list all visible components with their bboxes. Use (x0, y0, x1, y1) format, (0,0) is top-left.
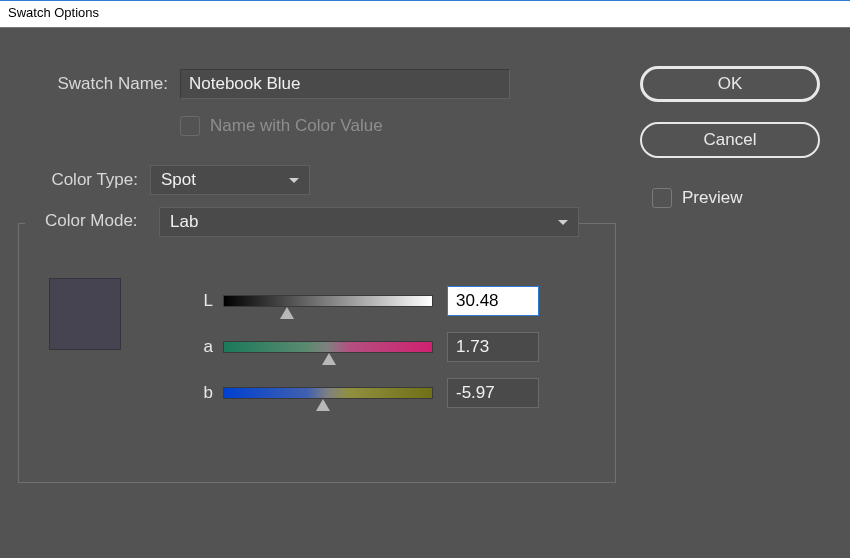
color-preview-swatch (49, 278, 121, 350)
ok-button-label: OK (718, 74, 743, 94)
window-title: Swatch Options (8, 5, 99, 20)
preview-label: Preview (682, 188, 742, 208)
lab-a-label: a (189, 337, 213, 357)
lab-a-slider[interactable] (223, 341, 433, 353)
main-panel: Swatch Name: Name with Color Value Color… (0, 28, 640, 558)
color-type-value: Spot (161, 170, 196, 190)
side-panel: OK Cancel Preview (640, 28, 840, 558)
color-type-label: Color Type: (0, 170, 150, 190)
lab-b-slider[interactable] (223, 387, 433, 399)
color-mode-value: Lab (170, 212, 198, 232)
preview-checkbox[interactable] (652, 188, 672, 208)
slider-thumb-icon[interactable] (280, 307, 294, 319)
color-mode-label: Color Mode: (43, 211, 140, 231)
lab-b-input[interactable] (447, 378, 539, 408)
slider-thumb-icon[interactable] (322, 353, 336, 365)
lab-l-input[interactable] (447, 286, 539, 316)
lab-b-label: b (189, 383, 213, 403)
chevron-down-icon (558, 220, 568, 225)
color-mode-fieldset: Color Mode: Lab L a (18, 223, 616, 483)
lab-b-row: b (189, 377, 539, 409)
color-type-select[interactable]: Spot (150, 165, 310, 195)
cancel-button[interactable]: Cancel (640, 122, 820, 158)
name-with-color-value-label: Name with Color Value (210, 116, 383, 136)
cancel-button-label: Cancel (704, 130, 757, 150)
name-with-color-value-checkbox (180, 116, 200, 136)
preview-toggle-row: Preview (640, 188, 840, 208)
slider-thumb-icon[interactable] (316, 399, 330, 411)
lab-a-row: a (189, 331, 539, 363)
swatch-name-input[interactable] (180, 69, 510, 99)
swatch-name-label: Swatch Name: (0, 74, 180, 94)
lab-l-label: L (189, 291, 213, 311)
lab-a-input[interactable] (447, 332, 539, 362)
lab-l-row: L (189, 285, 539, 317)
color-mode-select[interactable]: Lab (159, 207, 579, 237)
chevron-down-icon (289, 178, 299, 183)
dialog-body: Swatch Name: Name with Color Value Color… (0, 28, 850, 558)
ok-button[interactable]: OK (640, 66, 820, 102)
window-titlebar: Swatch Options (0, 0, 850, 28)
lab-l-slider[interactable] (223, 295, 433, 307)
